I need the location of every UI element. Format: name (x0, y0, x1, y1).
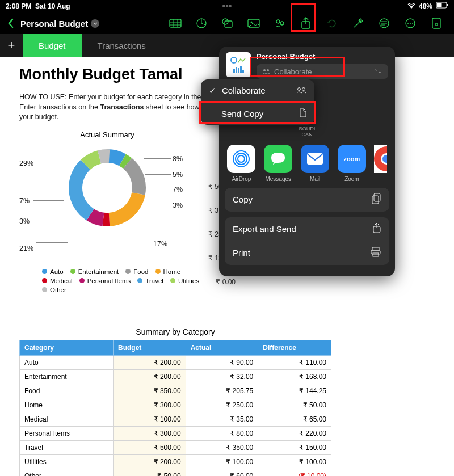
svg-point-21 (407, 23, 409, 24)
tools-icon[interactable] (352, 17, 364, 30)
svg-rect-41 (373, 253, 379, 256)
table-row[interactable]: Auto₹ 200.00₹ 90.00₹ 110.00 (20, 355, 331, 369)
legend-item: Personal Items (79, 277, 131, 284)
dropdown-collaborate[interactable]: ✓ Collaborate (201, 79, 314, 102)
legend-item: Food (125, 268, 148, 275)
people-icon (296, 86, 306, 95)
action-print[interactable]: Print (225, 241, 389, 265)
svg-rect-3 (170, 19, 181, 27)
table-row[interactable]: Home₹ 300.00₹ 250.00₹ 50.00 (20, 398, 331, 412)
image-icon[interactable] (247, 17, 260, 30)
pct-label: 3% (19, 217, 30, 225)
doc-title[interactable]: Personal Budget (20, 19, 99, 28)
more-icon[interactable] (404, 17, 417, 30)
legend-item: Auto (42, 268, 64, 275)
status-date: Sat 10 Aug (35, 2, 70, 10)
table-row[interactable]: Food₹ 350.00₹ 205.75₹ 144.25 (20, 384, 331, 398)
back-icon[interactable] (5, 17, 17, 30)
pct-label: 7% (19, 197, 30, 205)
table-row[interactable]: Personal Items₹ 300.00₹ 80.00₹ 220.00 (20, 426, 331, 440)
table-icon[interactable] (169, 17, 182, 30)
share-app-zoom[interactable]: zoomZoom (338, 145, 367, 182)
battery-pct: 48% (419, 2, 432, 10)
chart-title: Actual Summary (25, 130, 190, 139)
tab-budget[interactable]: Budget (23, 34, 82, 57)
svg-rect-39 (372, 247, 379, 250)
undo-icon[interactable] (326, 17, 338, 30)
table-row[interactable]: Other₹ 50.00₹ 60.00(₹ 10.00) (20, 469, 331, 476)
battery-icon (436, 2, 448, 10)
svg-rect-1 (437, 3, 442, 7)
svg-rect-2 (447, 4, 448, 6)
pct-label: 29% (19, 159, 33, 167)
pct-label: 5% (173, 171, 183, 179)
share-icon (372, 222, 381, 235)
share-app-messages[interactable]: Messages (264, 145, 293, 182)
status-time: 2:08 PM (6, 2, 31, 10)
table-row[interactable]: Travel₹ 500.00₹ 350.00₹ 150.00 (20, 440, 331, 454)
pct-label: 17% (153, 240, 167, 248)
copy-icon (371, 193, 381, 206)
legend-item: Other (42, 287, 66, 293)
svg-rect-36 (374, 193, 380, 201)
svg-point-29 (238, 155, 245, 162)
check-icon: ✓ (209, 86, 216, 96)
table-header: Actual (186, 340, 258, 355)
svg-point-26 (231, 57, 237, 63)
svg-point-13 (276, 20, 280, 23)
annotation-highlight (250, 57, 345, 77)
howto-text: HOW TO USE: Enter your budget for each c… (19, 92, 224, 123)
table-row[interactable]: Medical₹ 100.00₹ 35.00₹ 65.00 (20, 412, 331, 426)
share-app-airdrop[interactable]: AirDrop (227, 145, 256, 182)
table-row[interactable]: Utilities₹ 200.00₹ 100.00₹ 100.00 (20, 454, 331, 469)
table-header: Category (20, 340, 114, 355)
legend-item: Entertainment (70, 268, 119, 275)
svg-point-12 (251, 22, 253, 23)
collab-icon[interactable] (274, 17, 286, 30)
svg-point-42 (298, 88, 301, 91)
doc-thumbnail (226, 52, 251, 77)
svg-point-25 (435, 23, 438, 26)
svg-rect-32 (307, 153, 323, 165)
legend-item: Utilities (170, 277, 199, 284)
share-app-chrome[interactable] (374, 145, 387, 182)
share-app-mail[interactable]: Mail (301, 145, 330, 182)
toolbar: Personal Budget (0, 12, 454, 34)
format-icon[interactable] (378, 17, 390, 30)
annotation-highlight (291, 3, 316, 32)
wifi-icon (407, 2, 415, 10)
action-copy[interactable]: Copy (225, 188, 389, 212)
chart-icon[interactable] (195, 17, 208, 30)
svg-point-23 (412, 23, 413, 24)
table-row[interactable]: Entertainment₹ 200.00₹ 32.00₹ 168.00 (20, 369, 331, 384)
multitask-dots-icon[interactable]: ••• (222, 1, 232, 11)
legend-item: Medical (42, 277, 73, 284)
table-header: Difference (258, 340, 331, 355)
add-sheet-button[interactable]: + (0, 34, 23, 57)
status-bar: 2:08 PM Sat 10 Aug ••• 48% (0, 0, 454, 12)
tab-transactions[interactable]: Transactions (82, 34, 162, 57)
legend-item: Travel (137, 277, 163, 284)
share-apps-row: AirDropMessagesMailzoomZoom (219, 142, 395, 188)
pct-label: 3% (173, 201, 183, 209)
action-export-and-send[interactable]: Export and Send (225, 217, 389, 241)
svg-point-14 (280, 22, 284, 25)
pct-label: 21% (19, 245, 33, 252)
svg-rect-40 (371, 250, 380, 254)
svg-point-10 (222, 19, 228, 24)
svg-rect-37 (372, 196, 379, 204)
updown-icon: ⌃⌄ (373, 69, 382, 74)
annotation-highlight (199, 101, 316, 124)
svg-point-43 (302, 88, 305, 91)
shape-icon[interactable] (221, 17, 234, 30)
chevron-down-icon (91, 19, 99, 28)
table-title: Summary by Category (19, 327, 331, 336)
donut-chart: 29%8%5%7%3%17%21%3%7% (19, 142, 195, 262)
svg-point-22 (410, 23, 411, 24)
table-header: Budget (114, 340, 186, 355)
doc-settings-icon[interactable] (430, 17, 443, 30)
pct-label: 8% (173, 155, 183, 163)
legend-item: Home (155, 268, 181, 275)
summary-table: CategoryBudgetActualDifference Auto₹ 200… (19, 340, 331, 477)
chart-legend: AutoEntertainmentFoodHomeMedicalPersonal… (42, 268, 207, 296)
